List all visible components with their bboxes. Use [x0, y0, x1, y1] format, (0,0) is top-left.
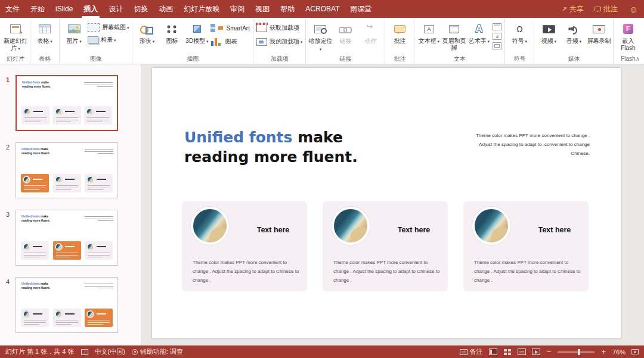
embed-flash-button[interactable]: 嵌入Flash: [615, 19, 640, 55]
object-icon[interactable]: [493, 42, 501, 49]
button-label: 动作: [364, 38, 376, 45]
button-label: 缩放定位: [308, 38, 333, 52]
menu-tab-view[interactable]: 视图: [250, 0, 275, 18]
zoom-slider-thumb[interactable]: [578, 349, 580, 355]
menu-tab-home[interactable]: 开始: [25, 0, 50, 18]
spell-check-button[interactable]: [81, 349, 88, 355]
photo-album-button[interactable]: 相册: [88, 36, 129, 44]
content-card-1[interactable]: Text here Theme color makes PPT more con…: [182, 201, 307, 291]
thumb-card: [53, 174, 81, 192]
screenshot-icon: [88, 23, 100, 32]
text-box-button[interactable]: 文本框: [416, 19, 441, 55]
slide-sorter-view-icon[interactable]: [503, 348, 512, 355]
thumb-card: [53, 309, 81, 327]
feedback-smiley-icon[interactable]: ☺: [623, 4, 644, 14]
slide-thumbnail-4[interactable]: Unified fonts make reading more fluent.: [16, 277, 118, 333]
menu-tab-review[interactable]: 审阅: [225, 0, 250, 18]
table-button[interactable]: 表格: [32, 19, 57, 55]
my-add-ins-button[interactable]: 我的加载项: [256, 38, 302, 46]
icons-icon: [166, 24, 178, 34]
screenshot-button[interactable]: 屏幕截图: [88, 23, 129, 32]
slide-number-icon[interactable]: [493, 33, 501, 40]
pictures-button[interactable]: 图片: [61, 19, 86, 55]
screen-recording-button[interactable]: 屏幕录制: [586, 19, 611, 55]
notes-button[interactable]: 备注: [460, 347, 483, 356]
3d-models-icon: [193, 25, 201, 33]
button-label: 音频: [566, 38, 581, 45]
thumb-title: Unified fonts make reading more fluent.: [21, 282, 60, 289]
smartart-button[interactable]: SmartArt: [210, 23, 249, 33]
shapes-button[interactable]: 形状: [134, 19, 159, 55]
get-add-ins-button[interactable]: 获取加载项: [256, 23, 302, 32]
slide-thumbnail-3[interactable]: Unified fonts make reading more fluent.: [16, 210, 118, 266]
content-card-3[interactable]: Text here Theme color makes PPT more con…: [463, 201, 589, 291]
menu-tab-insert[interactable]: 插入: [78, 0, 103, 18]
thumb-cards: [21, 241, 113, 260]
statusbar-right: 备注 − + 76%: [460, 347, 639, 356]
button-label: 形状: [140, 38, 154, 45]
share-button[interactable]: ↗共享: [556, 0, 589, 18]
thumb-photo: [23, 176, 30, 183]
3d-models-button[interactable]: 3D模型: [184, 19, 209, 55]
slide-title[interactable]: Unified fonts make reading more fluent.: [184, 127, 369, 167]
screen-recording-icon: [593, 25, 605, 33]
ribbon-group-links: 缩放定位 链接 动作 链接: [306, 19, 385, 64]
thumb-photo: [55, 176, 62, 183]
content-card-2[interactable]: Text here Theme color makes PPT more con…: [323, 201, 448, 291]
zoom-link-button[interactable]: 缩放定位: [308, 19, 333, 55]
slide-thumbnail-2[interactable]: Unified fonts make reading more fluent.: [16, 142, 118, 198]
menu-tab-acrobat[interactable]: ACROBAT: [300, 0, 345, 18]
slide-thumbnail-1[interactable]: Unified fonts make reading more fluent.: [16, 75, 118, 131]
audio-button[interactable]: 音频: [561, 19, 586, 55]
new-comment-button[interactable]: 批注: [387, 19, 412, 55]
accessibility-button[interactable]: 辅助功能: 调查: [132, 347, 183, 356]
thumb-note-lines: [85, 216, 113, 223]
thumb-title: Unified fonts make reading more fluent.: [21, 147, 60, 155]
my-add-ins-icon: [256, 38, 267, 46]
ribbon-group-illustrations: 形状 图标 3D模型 SmartArt 图表 插图: [132, 19, 253, 64]
new-slide-button[interactable]: 新建幻灯片: [3, 19, 28, 55]
beach-photo: [332, 207, 370, 245]
button-label: 屏幕录制: [587, 38, 611, 45]
menu-tab-rain-classroom[interactable]: 雨课堂: [345, 0, 377, 18]
menu-tab-help[interactable]: 帮助: [275, 0, 300, 18]
group-label-media: 媒体: [536, 55, 611, 64]
menu-tab-label: 审阅: [230, 4, 244, 14]
zoom-slider[interactable]: [558, 351, 595, 353]
zoom-out-button[interactable]: −: [546, 348, 552, 356]
button-label: 符号: [512, 38, 527, 45]
slide-counter-label: 幻灯片 第 1 张，共 4 张: [5, 347, 75, 356]
fit-to-window-icon[interactable]: [631, 349, 639, 354]
slide-side-note[interactable]: Theme color makes PPT more convenient to…: [470, 131, 590, 158]
menu-tab-slideshow[interactable]: 幻灯片放映: [178, 0, 225, 18]
menu-tab-file[interactable]: 文件: [0, 0, 25, 18]
video-button[interactable]: 视频: [536, 19, 561, 55]
comments-button[interactable]: 批注: [589, 0, 623, 18]
group-label-images: 图像: [61, 55, 130, 64]
ribbon-group-tables: 表格 表格: [30, 19, 60, 64]
slide-canvas: Unified fonts make reading more fluent. …: [141, 64, 644, 345]
symbol-button[interactable]: 符号: [507, 19, 532, 55]
menu-tab-islide[interactable]: iSlide: [50, 0, 78, 18]
slideshow-view-icon[interactable]: [532, 348, 540, 355]
current-slide[interactable]: Unified fonts make reading more fluent. …: [152, 68, 621, 338]
date-time-icon[interactable]: [493, 23, 501, 30]
button-label: 新建幻灯片: [3, 38, 28, 52]
reading-view-icon[interactable]: [518, 348, 526, 355]
chart-button[interactable]: 图表: [210, 37, 249, 46]
button-label: 图片: [66, 38, 81, 45]
zoom-in-button[interactable]: +: [600, 348, 606, 356]
header-footer-button[interactable]: 页眉和页脚: [441, 19, 466, 55]
icons-button[interactable]: 图标: [159, 19, 184, 55]
collapse-ribbon-icon[interactable]: ∧: [636, 55, 640, 62]
card-body: Theme color makes PPT more convenient to…: [193, 258, 300, 285]
language-button[interactable]: 中文(中国): [95, 347, 125, 356]
menu-tab-label: iSlide: [55, 5, 73, 13]
menu-tab-transitions[interactable]: 切换: [128, 0, 153, 18]
menu-tab-animations[interactable]: 动画: [153, 0, 178, 18]
ribbon-group-images: 图片 屏幕截图 相册 图像: [60, 19, 132, 64]
normal-view-icon[interactable]: [489, 348, 497, 355]
wordart-button[interactable]: 艺术字: [466, 19, 491, 55]
zoom-level[interactable]: 76%: [612, 348, 626, 356]
menu-tab-design[interactable]: 设计: [103, 0, 128, 18]
